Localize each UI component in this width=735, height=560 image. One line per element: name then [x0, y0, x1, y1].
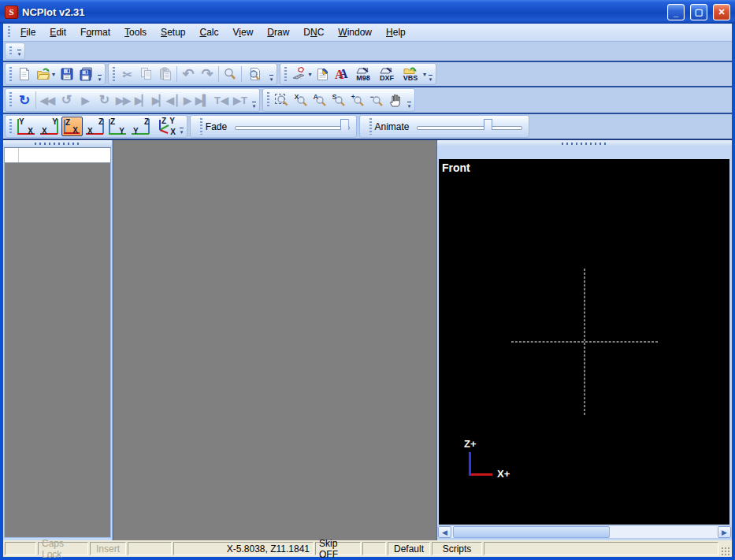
file-toolbar-grip[interactable] [9, 67, 13, 81]
dxf-button[interactable]: DXF [375, 65, 399, 83]
zoom-selection-button[interactable]: S [329, 91, 348, 109]
left-panel-grip[interactable] [3, 140, 112, 147]
rewind-button[interactable]: ◀◀ [38, 91, 57, 109]
pan-button[interactable] [386, 91, 405, 109]
zoom-toolbar-grip[interactable] [266, 92, 270, 108]
scroll-right-button[interactable]: ▶ [718, 526, 731, 538]
tools-toolbar-overflow[interactable]: ▾ [426, 65, 435, 83]
maximize-icon: ▢ [695, 8, 703, 17]
m98-button[interactable]: M98 [351, 65, 375, 83]
find-button[interactable] [221, 65, 239, 83]
zoom-x-button[interactable]: X [291, 91, 310, 109]
view-toolbar-overflow[interactable]: ▾ [177, 117, 186, 136]
menu-edit[interactable]: Edit [43, 24, 73, 40]
fade-panel-grip[interactable] [199, 118, 203, 135]
save-file-button[interactable] [58, 65, 76, 83]
playback-toolbar-grip[interactable] [9, 92, 13, 108]
status-insert: Insert [90, 542, 126, 555]
status-skip: Skip OFF [315, 542, 361, 555]
run-to-end-button[interactable]: ▶▏ [132, 91, 151, 109]
fade-slider[interactable] [235, 119, 350, 135]
zoom-in-button[interactable]: + [348, 91, 367, 109]
undo-button[interactable]: ↶ [179, 65, 198, 83]
animate-slider[interactable] [417, 119, 522, 135]
redo-button[interactable]: ↷ [198, 65, 217, 83]
replot-button[interactable]: ↻ [15, 91, 34, 109]
minimize-button[interactable]: _ [667, 4, 685, 20]
fade-slider-thumb[interactable] [340, 119, 349, 135]
close-button[interactable]: ✕ [713, 4, 730, 20]
open-folder-icon [36, 67, 51, 81]
menu-setup[interactable]: Setup [154, 24, 192, 40]
fade-panel: Fade [190, 115, 357, 138]
save-all-button[interactable] [76, 65, 95, 83]
menu-file[interactable]: File [13, 24, 43, 40]
find-document-icon [247, 67, 263, 81]
view-iso-button[interactable]: Z Y X [153, 117, 176, 136]
menu-draw[interactable]: Draw [260, 24, 296, 40]
scroll-left-button[interactable]: ◀ [438, 526, 451, 538]
view-zy-button[interactable]: ZY [107, 117, 128, 136]
single-step-button[interactable]: ▏▶ [174, 91, 193, 109]
edit-toolbar-grip[interactable] [112, 67, 116, 81]
step-into-button[interactable]: ▶▏◀ [151, 91, 174, 109]
run-loop-button[interactable]: ↻ [95, 91, 113, 109]
open-dropdown-arrow[interactable]: ▾ [52, 71, 55, 78]
next-tool-button[interactable]: ▶T [231, 91, 250, 109]
playback-toolbar-overflow[interactable]: ▾ [250, 90, 258, 110]
vbs-button[interactable]: VBS [399, 65, 422, 83]
maximize-button[interactable]: ▢ [690, 4, 707, 20]
animate-slider-thumb[interactable] [484, 119, 492, 135]
open-file-button[interactable]: ▾ [34, 65, 58, 83]
fonts-button[interactable]: A A [332, 65, 351, 83]
plot-hscrollbar[interactable]: ◀ ▶ [437, 525, 732, 539]
zoom-window-button[interactable] [273, 91, 291, 109]
view-xz-button[interactable]: ZX [84, 117, 106, 136]
menu-dnc[interactable]: DNC [296, 24, 331, 40]
cut-button[interactable]: ✂ [118, 65, 137, 83]
tools-toolbar-grip[interactable] [284, 67, 288, 81]
zoom-all-button[interactable]: A [310, 91, 329, 109]
new-file-button[interactable] [15, 65, 34, 83]
restart-button[interactable]: ↺ [57, 91, 76, 109]
mini-toolbar-overflow[interactable]: ▾ [15, 44, 24, 58]
menu-view[interactable]: View [226, 24, 261, 40]
scroll-track[interactable] [451, 526, 718, 538]
run-button[interactable]: ▶ [76, 91, 95, 109]
file-toolbar-overflow[interactable]: ▾ [95, 65, 104, 83]
view-toolbar-grip[interactable] [9, 119, 13, 134]
plot-viewport[interactable]: Front Z+ X+ [439, 159, 729, 525]
menu-format[interactable]: Format [73, 24, 117, 40]
editor-workspace[interactable] [113, 140, 437, 540]
program-list-header-col1 [5, 148, 19, 162]
find-in-file-button[interactable] [243, 65, 267, 83]
zoom-out-button[interactable]: − [367, 91, 386, 109]
view-yx-button[interactable]: YX [39, 117, 60, 136]
editor-button[interactable] [314, 65, 332, 83]
scroll-thumb[interactable] [453, 526, 610, 538]
copy-button[interactable] [137, 65, 156, 83]
plot-panel-grip[interactable] [437, 140, 732, 147]
menubar-grip[interactable] [7, 26, 11, 39]
zoom-toolbar-overflow[interactable]: ▾ [405, 90, 414, 110]
view-xy-button[interactable]: YX [16, 117, 37, 136]
edit-toolbar-overflow[interactable]: ▾ [267, 65, 276, 83]
resize-grip[interactable] [720, 546, 730, 556]
machine-config-button[interactable]: ▾ [290, 65, 314, 83]
menu-calc[interactable]: Calc [192, 24, 225, 40]
view-yz-button[interactable]: ZY [130, 117, 151, 136]
mini-toolbar-grip[interactable] [9, 46, 13, 56]
fast-forward-button[interactable]: ▶▶ [113, 91, 132, 109]
menu-help[interactable]: Help [379, 24, 413, 40]
x-axis-line [470, 473, 492, 476]
animate-panel-grip[interactable] [369, 118, 372, 135]
machine-config-dropdown-arrow[interactable]: ▾ [308, 71, 311, 78]
view-zx-button[interactable]: ZX [61, 117, 83, 136]
program-list-body[interactable] [4, 163, 111, 538]
skip-to-end-button[interactable]: ▶▍ [193, 91, 212, 109]
run-to-end-icon: ▶▏ [135, 95, 149, 106]
menu-tools[interactable]: Tools [117, 24, 154, 40]
prev-tool-button[interactable]: T◀ [212, 91, 231, 109]
paste-button[interactable] [156, 65, 175, 83]
menu-window[interactable]: Window [331, 24, 379, 40]
